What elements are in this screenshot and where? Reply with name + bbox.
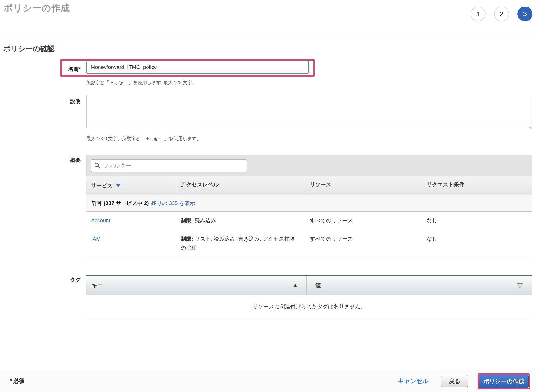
review-heading: ポリシーの確認 — [3, 44, 55, 54]
create-button-highlight-annotation: ポリシーの作成 — [478, 373, 530, 389]
tags-value-column-header[interactable]: 値 ▽ — [307, 276, 532, 295]
summary-filter-bar — [86, 155, 532, 176]
service-link-account[interactable]: Account — [91, 217, 110, 223]
allow-group-row: 許可 (337 サービス中 2) 残りの 335 を表示 — [86, 195, 532, 212]
column-header-service[interactable]: サービス — [86, 176, 176, 195]
summary-header-row: サービス アクセスレベル リソース リクエスト条件 — [86, 176, 532, 195]
access-level-header-label: アクセスレベル — [181, 181, 219, 190]
header-divider — [0, 34, 536, 34]
tags-value-label: 値 — [315, 282, 321, 289]
tags-header-row: キー ▲ 値 ▽ — [86, 275, 532, 295]
tags-table: キー ▲ 値 ▽ リソースに関連付けられたタグはありません。 — [86, 275, 532, 318]
allow-group-label: 許可 (337 サービス中 2) — [92, 200, 149, 207]
description-helper-text: 最大 1000 文字。英数字と「 +=,.@-_ 」を使用します。 — [86, 135, 201, 142]
page-title: ポリシーの作成 — [3, 2, 70, 14]
create-policy-button[interactable]: ポリシーの作成 — [479, 375, 529, 388]
back-button[interactable]: 戻る — [441, 375, 468, 387]
summary-label: 概要 — [19, 157, 81, 164]
tags-label: タグ — [19, 276, 81, 284]
service-link-iam[interactable]: IAM — [91, 236, 100, 242]
access-level-cell: 制限: リスト, 読み込み, 書き込み, アクセス権限の管理 — [176, 230, 305, 257]
name-label: 名前* — [19, 66, 81, 73]
resource-cell: すべてのリソース — [305, 230, 422, 257]
column-header-access-level[interactable]: アクセスレベル — [176, 176, 305, 195]
summary-table: サービス アクセスレベル リソース リクエスト条件 許可 (337 サービス中 … — [86, 155, 532, 257]
description-label: 説明 — [19, 98, 81, 105]
condition-cell: なし — [422, 212, 532, 230]
condition-cell: なし — [422, 230, 532, 257]
policy-name-input[interactable] — [86, 61, 309, 74]
required-note: * 必須 — [10, 370, 24, 392]
column-header-resource[interactable]: リソース — [305, 176, 422, 195]
step-2-indicator: 2 — [494, 7, 509, 21]
table-row: Account 制限: 読み込み すべてのリソース なし — [86, 212, 532, 230]
sort-asc-icon[interactable]: ▲ — [292, 282, 298, 289]
access-prefix: 制限: — [181, 217, 193, 223]
access-level-cell: 制限: 読み込み — [176, 212, 305, 230]
tags-key-column-header[interactable]: キー ▲ — [86, 276, 307, 295]
description-field-wrap — [86, 95, 532, 129]
table-row: IAM 制限: リスト, 読み込み, 書き込み, アクセス権限の管理 すべてのリ… — [86, 230, 532, 257]
column-header-request-condition[interactable]: リクエスト条件 — [422, 176, 532, 195]
description-textarea[interactable] — [86, 95, 532, 129]
step-1-indicator: 1 — [471, 7, 486, 21]
step-indicator: 1 2 3 — [471, 7, 532, 21]
request-condition-header-label: リクエスト条件 — [427, 181, 464, 190]
service-header-label: サービス — [91, 182, 113, 189]
sort-down-icon[interactable]: ▽ — [517, 281, 523, 289]
search-icon — [94, 162, 100, 169]
cancel-link[interactable]: キャンセル — [398, 370, 429, 392]
filter-input[interactable] — [103, 162, 247, 169]
resource-header-label: リソース — [310, 181, 331, 190]
show-remaining-link[interactable]: 残りの 335 を表示 — [151, 200, 195, 207]
tags-key-label: キー — [92, 282, 103, 289]
step-3-indicator: 3 — [517, 7, 532, 21]
access-detail: リスト, 読み込み, 書き込み, アクセス権限の管理 — [181, 236, 295, 251]
access-prefix: 制限: — [181, 236, 193, 242]
name-helper-text: 英数字と「 +=,.@-_ 」を使用します. 最大 128 文字。 — [86, 80, 197, 86]
tags-empty-state: リソースに関連付けられたタグはありません。 — [86, 295, 532, 318]
sort-desc-icon — [116, 184, 121, 187]
filter-input-wrap[interactable] — [91, 159, 247, 172]
resource-cell: すべてのリソース — [305, 212, 422, 230]
access-detail: 読み込み — [194, 217, 216, 223]
create-policy-page: ポリシーの作成 1 2 3 ポリシーの確認 名前* 英数字と「 +=,.@-_ … — [0, 0, 536, 392]
